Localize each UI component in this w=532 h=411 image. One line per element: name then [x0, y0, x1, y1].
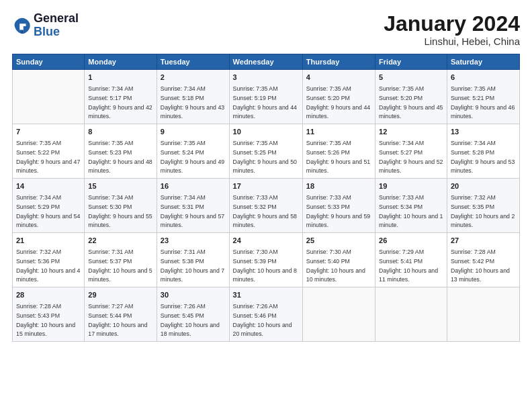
calendar-cell: 14Sunrise: 7:34 AMSunset: 5:29 PMDayligh… [13, 179, 85, 233]
day-number: 29 [88, 290, 153, 301]
calendar-cell: 4Sunrise: 7:35 AMSunset: 5:20 PMDaylight… [302, 70, 375, 124]
day-info: Sunrise: 7:34 AMSunset: 5:31 PMDaylight:… [161, 194, 224, 228]
day-number: 5 [379, 73, 443, 83]
day-number: 23 [161, 236, 226, 246]
day-number: 10 [233, 127, 299, 138]
weekday-header-thursday: Thursday [302, 54, 375, 70]
day-number: 8 [88, 127, 153, 138]
day-number: 24 [233, 236, 299, 246]
day-number: 28 [16, 290, 81, 301]
day-number: 3 [233, 73, 299, 83]
calendar-cell: 19Sunrise: 7:33 AMSunset: 5:34 PMDayligh… [375, 179, 447, 233]
day-number: 11 [306, 127, 371, 138]
calendar-table: SundayMondayTuesdayWednesdayThursdayFrid… [12, 54, 520, 342]
logo-icon [12, 16, 31, 35]
day-info: Sunrise: 7:33 AMSunset: 5:32 PMDaylight:… [233, 194, 297, 228]
calendar-cell: 17Sunrise: 7:33 AMSunset: 5:32 PMDayligh… [229, 179, 302, 233]
day-number: 6 [451, 73, 516, 83]
day-info: Sunrise: 7:26 AMSunset: 5:46 PMDaylight:… [233, 303, 292, 337]
calendar-cell: 21Sunrise: 7:32 AMSunset: 5:36 PMDayligh… [13, 233, 85, 287]
logo-text: General Blue [34, 12, 79, 39]
calendar-cell: 6Sunrise: 7:35 AMSunset: 5:21 PMDaylight… [447, 70, 519, 124]
calendar-cell [13, 70, 85, 124]
day-number: 16 [161, 181, 226, 192]
weekday-header-tuesday: Tuesday [157, 54, 229, 70]
calendar-cell [375, 287, 447, 342]
calendar-cell: 30Sunrise: 7:26 AMSunset: 5:45 PMDayligh… [157, 287, 229, 342]
weekday-header-saturday: Saturday [447, 54, 519, 70]
day-info: Sunrise: 7:34 AMSunset: 5:18 PMDaylight:… [161, 85, 224, 120]
day-info: Sunrise: 7:34 AMSunset: 5:30 PMDaylight:… [88, 194, 152, 228]
day-number: 2 [161, 73, 226, 83]
weekday-header-friday: Friday [375, 54, 447, 70]
calendar-week-3: 14Sunrise: 7:34 AMSunset: 5:29 PMDayligh… [13, 179, 520, 233]
day-info: Sunrise: 7:27 AMSunset: 5:44 PMDaylight:… [88, 303, 147, 337]
calendar-cell: 26Sunrise: 7:29 AMSunset: 5:41 PMDayligh… [375, 233, 447, 287]
day-number: 30 [161, 290, 226, 301]
calendar-cell: 25Sunrise: 7:30 AMSunset: 5:40 PMDayligh… [302, 233, 375, 287]
day-number: 1 [88, 73, 153, 83]
calendar-cell: 13Sunrise: 7:34 AMSunset: 5:28 PMDayligh… [447, 124, 519, 179]
day-info: Sunrise: 7:28 AMSunset: 5:43 PMDaylight:… [16, 303, 75, 337]
day-info: Sunrise: 7:28 AMSunset: 5:42 PMDaylight:… [451, 248, 510, 283]
subtitle: Linshui, Hebei, China [384, 36, 520, 47]
day-info: Sunrise: 7:35 AMSunset: 5:24 PMDaylight:… [161, 140, 224, 174]
day-number: 12 [379, 127, 443, 138]
weekday-header-row: SundayMondayTuesdayWednesdayThursdayFrid… [13, 54, 520, 70]
day-info: Sunrise: 7:35 AMSunset: 5:21 PMDaylight:… [451, 85, 515, 120]
calendar-cell: 28Sunrise: 7:28 AMSunset: 5:43 PMDayligh… [13, 287, 85, 342]
calendar-week-5: 28Sunrise: 7:28 AMSunset: 5:43 PMDayligh… [13, 287, 520, 342]
day-number: 4 [306, 73, 371, 83]
calendar-cell: 8Sunrise: 7:35 AMSunset: 5:23 PMDaylight… [85, 124, 157, 179]
day-number: 19 [379, 181, 443, 192]
header: General Blue January 2024 Linshui, Hebei… [12, 12, 520, 47]
day-number: 17 [233, 181, 299, 192]
logo-line1: General [34, 12, 79, 26]
calendar-cell: 5Sunrise: 7:35 AMSunset: 5:20 PMDaylight… [375, 70, 447, 124]
day-number: 21 [16, 236, 81, 246]
calendar-cell: 12Sunrise: 7:34 AMSunset: 5:27 PMDayligh… [375, 124, 447, 179]
calendar-cell: 16Sunrise: 7:34 AMSunset: 5:31 PMDayligh… [157, 179, 229, 233]
calendar-cell: 31Sunrise: 7:26 AMSunset: 5:46 PMDayligh… [229, 287, 302, 342]
day-info: Sunrise: 7:35 AMSunset: 5:19 PMDaylight:… [233, 85, 297, 120]
day-info: Sunrise: 7:35 AMSunset: 5:20 PMDaylight:… [379, 85, 443, 120]
day-info: Sunrise: 7:26 AMSunset: 5:45 PMDaylight:… [161, 303, 220, 337]
calendar-cell: 29Sunrise: 7:27 AMSunset: 5:44 PMDayligh… [85, 287, 157, 342]
calendar-week-2: 7Sunrise: 7:35 AMSunset: 5:22 PMDaylight… [13, 124, 520, 179]
day-info: Sunrise: 7:32 AMSunset: 5:35 PMDaylight:… [451, 194, 515, 228]
calendar-cell: 2Sunrise: 7:34 AMSunset: 5:18 PMDaylight… [157, 70, 229, 124]
calendar-week-1: 1Sunrise: 7:34 AMSunset: 5:17 PMDaylight… [13, 70, 520, 124]
calendar-cell: 24Sunrise: 7:30 AMSunset: 5:39 PMDayligh… [229, 233, 302, 287]
day-number: 31 [233, 290, 299, 301]
month-title: January 2024 [384, 12, 520, 36]
day-info: Sunrise: 7:30 AMSunset: 5:39 PMDaylight:… [233, 248, 297, 283]
calendar-cell: 27Sunrise: 7:28 AMSunset: 5:42 PMDayligh… [447, 233, 519, 287]
calendar-cell: 7Sunrise: 7:35 AMSunset: 5:22 PMDaylight… [13, 124, 85, 179]
calendar-cell [447, 287, 519, 342]
day-info: Sunrise: 7:29 AMSunset: 5:41 PMDaylight:… [379, 248, 438, 283]
weekday-header-monday: Monday [85, 54, 157, 70]
day-info: Sunrise: 7:33 AMSunset: 5:33 PMDaylight:… [306, 194, 370, 228]
day-info: Sunrise: 7:30 AMSunset: 5:40 PMDaylight:… [306, 248, 365, 283]
day-number: 9 [161, 127, 226, 138]
day-info: Sunrise: 7:34 AMSunset: 5:27 PMDaylight:… [379, 140, 443, 174]
day-number: 18 [306, 181, 371, 192]
day-number: 22 [88, 236, 153, 246]
day-info: Sunrise: 7:35 AMSunset: 5:22 PMDaylight:… [16, 140, 80, 174]
logo: General Blue [12, 12, 79, 39]
day-info: Sunrise: 7:34 AMSunset: 5:29 PMDaylight:… [16, 194, 80, 228]
day-info: Sunrise: 7:33 AMSunset: 5:34 PMDaylight:… [379, 194, 443, 228]
weekday-header-sunday: Sunday [13, 54, 85, 70]
calendar-cell: 20Sunrise: 7:32 AMSunset: 5:35 PMDayligh… [447, 179, 519, 233]
day-number: 27 [451, 236, 516, 246]
day-info: Sunrise: 7:35 AMSunset: 5:26 PMDaylight:… [306, 140, 370, 174]
logo-line2: Blue [34, 26, 79, 39]
calendar-cell: 22Sunrise: 7:31 AMSunset: 5:37 PMDayligh… [85, 233, 157, 287]
day-info: Sunrise: 7:35 AMSunset: 5:25 PMDaylight:… [233, 140, 297, 174]
day-info: Sunrise: 7:31 AMSunset: 5:38 PMDaylight:… [161, 248, 224, 283]
calendar-cell: 18Sunrise: 7:33 AMSunset: 5:33 PMDayligh… [302, 179, 375, 233]
day-info: Sunrise: 7:34 AMSunset: 5:28 PMDaylight:… [451, 140, 515, 174]
day-number: 20 [451, 181, 516, 192]
calendar-cell: 10Sunrise: 7:35 AMSunset: 5:25 PMDayligh… [229, 124, 302, 179]
day-info: Sunrise: 7:35 AMSunset: 5:23 PMDaylight:… [88, 140, 152, 174]
